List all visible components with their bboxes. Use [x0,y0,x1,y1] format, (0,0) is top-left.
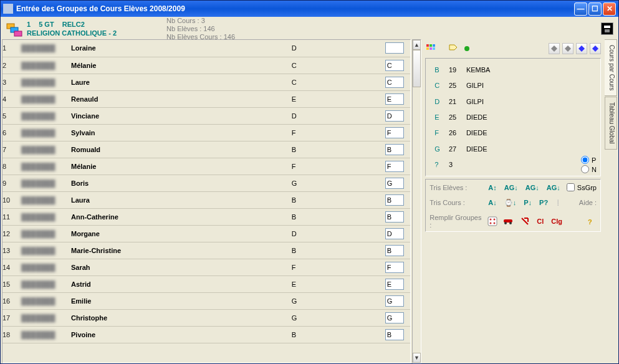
student-row[interactable]: 18███████PivoineB [2,326,410,343]
group-row[interactable]: G27DIEDE [431,141,595,156]
student-firstname: Ann-Catherine [71,208,292,225]
student-group-input[interactable] [385,194,404,206]
fill-link-icon[interactable] [519,216,530,227]
student-row[interactable]: 4███████RenauldE [2,90,410,107]
student-group-input-cell [385,107,410,124]
ssgrp-toggle[interactable]: SsGrp [567,183,597,191]
student-group-input[interactable] [385,60,404,71]
student-group-input[interactable] [385,312,404,323]
sort-stud-group-desc[interactable]: AG↓ [524,184,540,191]
student-row[interactable]: 9███████BorisG [2,175,410,191]
minimize-button[interactable]: — [574,2,587,16]
student-row[interactable]: 15███████AstridE [2,275,410,292]
student-firstname: Loraine [71,40,292,57]
student-group-input[interactable] [385,178,404,189]
tab-tableau-global[interactable]: Tableau Global [605,97,617,150]
student-row[interactable]: 17███████ChristopheG [2,309,410,326]
sort-course-p-q[interactable]: P? [538,199,549,206]
radio-n[interactable]: N [581,165,597,173]
student-group-input[interactable] [385,262,404,273]
student-group-input[interactable] [385,279,404,290]
student-group-current: D [292,40,385,57]
sort-course-hours[interactable]: ⌚↓ [503,199,518,207]
group-row[interactable]: E25DIEDE [431,110,595,124]
student-group-input-cell [385,292,410,309]
help-icon[interactable]: ? [585,216,597,227]
group-letter: D [431,94,444,108]
sort-course-alpha[interactable]: A↓ [487,199,497,206]
student-group-input[interactable] [385,127,404,138]
student-row[interactable]: 12███████MorganeD [2,225,410,242]
svg-marker-17 [592,46,598,52]
nav-last-button[interactable] [590,43,601,54]
student-firstname: Christophe [71,309,292,326]
fill-clg-button[interactable]: Clg [550,218,564,225]
student-row[interactable]: 16███████EmilieG [2,292,410,309]
fill-cl-button[interactable]: Cl [535,218,545,225]
group-row[interactable]: D21GILPI [431,94,595,108]
student-group-input[interactable] [385,110,404,122]
student-surname: ███████ [21,259,71,275]
student-surname: ███████ [21,225,71,242]
group-row[interactable]: F26DIEDE [431,126,595,140]
student-firstname: Boris [71,175,292,191]
tag-icon[interactable] [448,43,459,54]
tab-cours-par-cours[interactable]: Cours par Cours [605,39,617,96]
group-row[interactable]: B19KEMBA [431,62,595,77]
student-row[interactable]: 11███████Ann-CatherineB [2,208,410,225]
student-group-input[interactable] [385,329,404,340]
student-surname: ███████ [21,292,71,309]
scroll-down-button[interactable]: ▼ [413,353,421,363]
course-level: 5 GT [39,21,54,28]
student-row[interactable]: 3███████LaureC [2,74,410,90]
student-group-input[interactable] [385,211,404,223]
student-group-input-cell [385,326,410,343]
group-teacher: GILPI [463,94,595,108]
student-row[interactable]: 14███████SarahF [2,259,410,275]
group-teacher: KEMBA [463,62,595,77]
student-group-input[interactable] [385,295,404,307]
sort-stud-extra[interactable]: AG↓ [545,184,562,191]
row-number: 2 [2,57,21,74]
student-row[interactable]: 2███████MélanieC [2,57,410,74]
close-button[interactable]: ✕ [603,2,616,16]
sort-course-p-down[interactable]: P↓ [522,199,533,206]
student-group-input[interactable] [385,42,404,54]
group-row[interactable]: C25GILPI [431,78,595,92]
scroll-thumb[interactable] [413,50,421,87]
sort-stud-alpha-asc[interactable]: A↕ [487,184,497,191]
status-dot-icon[interactable] [461,43,473,54]
student-row[interactable]: 7███████RomualdB [2,141,410,158]
student-group-input[interactable] [385,161,404,172]
save-button[interactable] [601,22,613,35]
student-group-input[interactable] [385,77,404,88]
fill-car-icon[interactable] [503,216,514,227]
fill-dice-icon[interactable] [487,216,498,227]
nav-first-button[interactable] [549,43,560,54]
student-scrollbar[interactable]: ▲ ▼ [412,39,422,363]
nav-next-button[interactable] [576,43,587,54]
student-group-input-cell [385,191,410,208]
maximize-button[interactable]: ☐ [588,2,602,16]
student-row[interactable]: 13███████Marie-ChristineB [2,242,410,259]
student-row[interactable]: 1███████LoraineD [2,40,410,57]
radio-p[interactable]: P [581,156,597,164]
group-row[interactable]: ?3 [431,158,595,172]
student-row[interactable]: 10███████LauraB [2,191,410,208]
student-group-input[interactable] [385,93,404,105]
student-firstname: Pivoine [71,326,292,343]
svg-text:?: ? [588,218,592,226]
student-row[interactable]: 6███████SylvainF [2,124,410,141]
student-group-input[interactable] [385,245,404,256]
student-firstname: Sylvain [71,124,292,141]
student-group-input[interactable] [385,228,404,239]
student-row[interactable]: 8███████MélanieF [2,158,410,175]
scroll-track[interactable] [413,50,421,353]
grid-icon[interactable] [425,43,436,54]
student-group-input[interactable] [385,144,404,155]
student-row[interactable]: 5███████VincianeD [2,107,410,124]
scroll-up-button[interactable]: ▲ [413,40,421,50]
student-group-input-cell [385,242,410,259]
nav-prev-button[interactable] [562,43,573,54]
sort-stud-group-asc[interactable]: AG↓ [503,184,519,191]
